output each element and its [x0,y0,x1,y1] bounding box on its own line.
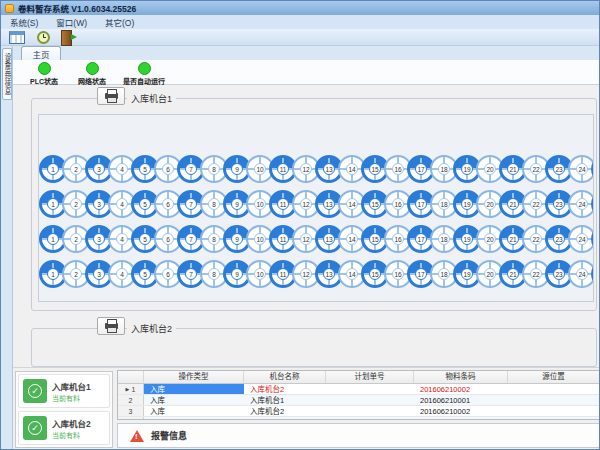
cell [244,417,326,420]
reel-row: 1234567891011121314151617181920212223242… [39,225,593,253]
machine2-print-button[interactable] [97,317,125,335]
reel-number: 15 [369,233,381,245]
reel-number: 13 [323,233,335,245]
reel-number: 8 [208,233,220,245]
table-row[interactable]: 3入库入库机台2201606210002 [118,406,600,417]
cell [144,417,244,420]
reel-number: 15 [369,163,381,175]
reel-number: 10 [254,163,266,175]
reel-number: 7 [185,198,197,210]
reel-number: 24 [576,163,588,175]
clock-button[interactable] [33,30,53,45]
reel-number: 17 [415,268,427,280]
reel-number: 12 [300,163,312,175]
exit-button[interactable] [59,30,79,45]
status-dot-on [38,62,51,75]
reel-number: 15 [369,268,381,280]
reel-number: 13 [323,268,335,280]
reel-number: 3 [93,198,105,210]
machine2-title: 入库机台2 [127,322,176,335]
reel-number: 21 [507,233,519,245]
reel-number: 1 [47,163,59,175]
menu-item-1[interactable]: 窗口(W) [47,15,96,29]
reel-number: 6 [162,163,174,175]
column-header-4: 源位置 [508,371,600,383]
cell: 201606210002 [414,406,508,416]
reel-number: 23 [553,268,565,280]
reel-number: 10 [254,198,266,210]
menu-item-2[interactable]: 其它(O) [96,15,143,29]
reel-number: 11 [277,163,289,175]
reel-number: 16 [392,198,404,210]
tab-home[interactable]: 主页 [21,46,61,60]
cell [508,417,600,420]
cell [326,384,414,394]
machine-card[interactable]: ✓入库机台1当前有料 [18,374,110,408]
reel-number: 20 [484,268,496,280]
status-indicator: PLC状态 [27,62,61,86]
cell [414,417,508,420]
reel-number: 17 [415,233,427,245]
reel-number: 2 [70,163,82,175]
cell [326,417,414,420]
cell [326,395,414,405]
machine-card[interactable]: ✓入库机台2当前有料 [18,411,110,445]
reel-number: 20 [484,233,496,245]
reel-number: 24 [576,268,588,280]
cell: 入库 [144,384,244,394]
reel-number: 13 [323,198,335,210]
machine1-title: 入库机台1 [127,92,176,105]
menu-item-0[interactable]: 系统(S) [1,15,47,29]
reel-number: 11 [277,198,289,210]
check-icon-box: ✓ [23,416,47,440]
reel-number: 14 [346,233,358,245]
column-header-0: 操作类型 [144,371,244,383]
table-row[interactable]: ▶1入库入库机台2201606210002 [118,384,600,395]
reel-number: 23 [553,163,565,175]
bottom-section: ✓入库机台1当前有料✓入库机台2当前有料 操作类型机台名称计划单号物料条码源位置… [13,367,600,450]
task-table: 操作类型机台名称计划单号物料条码源位置 ▶1入库入库机台220160621000… [117,370,600,420]
card-status: 当前有料 [52,393,91,403]
cell: 入库 [144,406,244,416]
column-header-3: 物料条码 [414,371,508,383]
reel-number: 19 [461,163,473,175]
reel-number: 16 [392,268,404,280]
menu-bar: 系统(S)窗口(W)其它(O) [1,15,600,29]
reel-number: 12 [300,198,312,210]
card-text: 入库机台2当前有料 [52,417,91,440]
reel-number: 15 [369,198,381,210]
reel-number: 6 [162,268,174,280]
table-row[interactable]: 4 [118,417,600,420]
reel-number: 18 [438,163,450,175]
reel-number: 7 [185,163,197,175]
reel-number: 13 [323,163,335,175]
check-icon: ✓ [28,384,42,398]
cell [508,395,600,405]
reel-number: 14 [346,163,358,175]
alarm-panel: ! 报警信息 [117,423,600,448]
table-row[interactable]: 2入库入库机台1201606210001 [118,395,600,406]
machine1-print-button[interactable] [97,87,125,105]
reel-number: 21 [507,163,519,175]
status-indicator: 是否自动运行 [123,62,165,86]
reel-number: 1 [47,268,59,280]
cell: 入库机台1 [244,395,326,405]
row-selector: 3 [118,406,144,416]
reel-number: 17 [415,163,427,175]
cell: 201606210001 [414,395,508,405]
reel-number: 8 [208,268,220,280]
calendar-icon [9,31,25,44]
dock-tab-label: 设备监控信息 [2,53,12,95]
column-header-2: 计划单号 [326,371,414,383]
reel-number: 21 [507,268,519,280]
reel-number: 22 [530,163,542,175]
cell [508,406,600,416]
cell [508,384,600,394]
cell [326,406,414,416]
calendar-button[interactable] [7,30,27,45]
clock-icon [37,31,50,44]
alarm-label: 报警信息 [151,429,187,442]
dock-tab-monitor[interactable]: 设备监控信息 [2,48,12,100]
machine-status-cards: ✓入库机台1当前有料✓入库机台2当前有料 [15,371,113,448]
reel-number: 18 [438,198,450,210]
